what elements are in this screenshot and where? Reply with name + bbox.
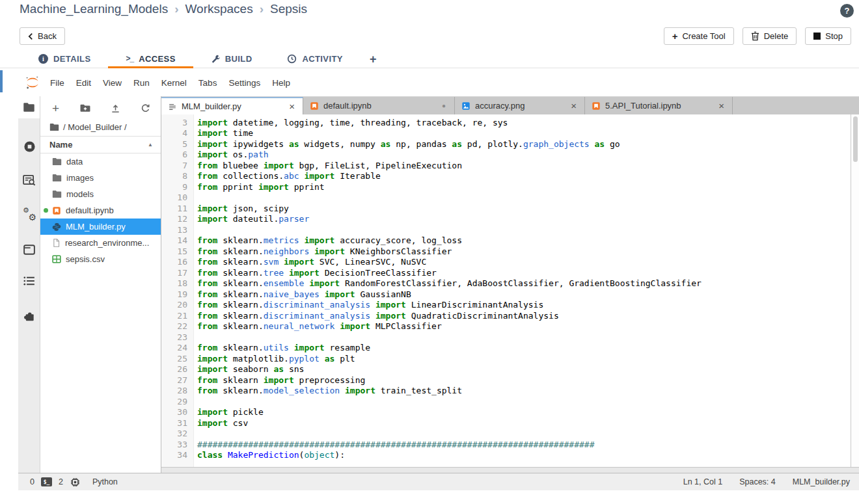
editor-tab-label: MLM_builder.py [182, 101, 282, 111]
sidebar-item-table-of-contents[interactable] [18, 271, 40, 291]
sidebar-item-inspector[interactable] [18, 170, 40, 190]
file-name: MLM_builder.py [66, 222, 126, 232]
breadcrumb-item-project[interactable]: Machine_Learning_Models [20, 2, 168, 16]
editor-tab-bar: MLM_builder.py × default.ipynb ● accurac… [161, 96, 859, 114]
csv-icon [52, 255, 61, 263]
folder-icon [52, 190, 62, 198]
scrollbar-thumb[interactable] [853, 116, 858, 162]
sidebar-item-extensions[interactable] [18, 306, 40, 325]
tab-access[interactable]: >_ ACCESS [108, 51, 193, 68]
inspector-icon [23, 174, 36, 186]
list-item-data[interactable]: data [40, 153, 161, 170]
list-item-mlm-builder-py[interactable]: MLM_builder.py [40, 219, 161, 235]
file-name: default.ipynb [66, 206, 114, 215]
editor-tab-mlm-builder[interactable]: MLM_builder.py × [161, 97, 303, 114]
terminal-icon: $_ [41, 477, 52, 486]
list-item-default-ipynb[interactable]: default.ipynb [40, 202, 161, 219]
sidebar-item-file-browser[interactable] [18, 96, 40, 118]
file-name: images [66, 173, 94, 183]
create-tool-button[interactable]: + Create Tool [664, 27, 734, 45]
image-icon [461, 101, 470, 111]
sidebar-item-open-tabs[interactable] [18, 240, 40, 259]
create-tool-label: Create Tool [682, 31, 725, 41]
gears-icon: ⚙⚙ [23, 207, 36, 220]
delete-button[interactable]: Delete [743, 27, 797, 45]
menu-kernel[interactable]: Kernel [156, 78, 193, 88]
close-icon[interactable]: × [286, 101, 297, 112]
breadcrumb-item-workspaces[interactable]: Workspaces [185, 2, 252, 16]
workspace-header: Machine_Learning_Models › Workspaces › S… [0, 0, 859, 68]
editor-tab-label: default.ipynb [323, 101, 434, 111]
menu-edit[interactable]: Edit [70, 78, 97, 88]
sidebar-item-running-sessions[interactable] [18, 137, 40, 156]
upload-icon [111, 103, 120, 113]
sort-ascending-icon: ▲ [148, 142, 153, 148]
notebook-icon [592, 101, 601, 111]
action-button-row: Back + Create Tool Delete Stop [0, 27, 859, 45]
kernel-count[interactable]: 2 [59, 477, 63, 486]
jupyter-menubar: File Edit View Run Kernel Tabs Settings … [18, 69, 859, 96]
stop-button[interactable]: Stop [805, 27, 851, 45]
add-tab-button[interactable]: + [361, 53, 386, 68]
cursor-position[interactable]: Ln 1, Col 1 [683, 477, 722, 486]
name-column-header: Name [49, 140, 72, 150]
vertical-scrollbar[interactable] [851, 114, 859, 467]
kernel-running-dot [44, 208, 48, 213]
file-icon [52, 238, 61, 248]
help-icon[interactable]: ? [840, 4, 854, 18]
menu-tabs[interactable]: Tabs [193, 78, 223, 88]
menu-view[interactable]: View [97, 78, 128, 88]
folder-icon [52, 157, 62, 166]
tab-build[interactable]: BUILD [193, 51, 270, 68]
menu-settings[interactable]: Settings [223, 78, 266, 88]
new-folder-button[interactable] [79, 103, 91, 113]
editor-tab-api-tutorial[interactable]: 5.API_Tutorial.ipynb × [585, 97, 733, 114]
editor-tab-accuracy-png[interactable]: accuracy.png × [455, 97, 585, 114]
list-item-sepsis-csv[interactable]: sepsis.csv [40, 251, 161, 267]
indent-setting[interactable]: Spaces: 4 [739, 477, 776, 486]
close-icon[interactable]: × [568, 100, 579, 111]
file-name: research_environme... [65, 238, 149, 248]
file-browser-toolbar: + [40, 98, 161, 118]
tab-activity[interactable]: ACTIVITY [269, 51, 360, 68]
code-editor[interactable]: 2345678910111213141516171819202122232425… [161, 114, 859, 467]
language-mode[interactable]: Python [92, 477, 118, 486]
upload-button[interactable] [111, 103, 120, 113]
refresh-button[interactable] [141, 103, 150, 113]
code-body: import datetime, logging, time, threadin… [197, 114, 851, 461]
new-folder-icon [79, 103, 91, 113]
list-item-research-environment[interactable]: research_environme... [40, 235, 161, 251]
back-button-label: Back [38, 31, 57, 41]
terminal-count[interactable]: 0 [30, 477, 34, 486]
refresh-icon [141, 103, 150, 113]
python-icon [52, 222, 61, 232]
unsaved-dot-icon[interactable]: ● [439, 102, 449, 109]
new-launcher-button[interactable]: + [52, 102, 59, 114]
list-item-images[interactable]: images [40, 170, 161, 186]
folder-icon [23, 102, 35, 113]
wrench-icon [211, 54, 220, 63]
file-list: data images models default.ipynb [40, 153, 161, 267]
jupyter-logo-icon [25, 75, 40, 90]
menu-help[interactable]: Help [266, 78, 296, 88]
file-list-header[interactable]: Name ▲ [40, 136, 161, 153]
editor-tab-default-ipynb[interactable]: default.ipynb ● [303, 97, 455, 114]
text-file-icon [168, 102, 177, 111]
file-browser-breadcrumb[interactable]: / Model_Builder / [40, 118, 161, 136]
close-icon[interactable]: × [716, 100, 727, 111]
plus-icon: + [672, 31, 678, 41]
menu-run[interactable]: Run [128, 78, 156, 88]
sidebar-item-settings[interactable]: ⚙⚙ [18, 204, 40, 224]
activity-bar: ⚙⚙ [18, 96, 40, 473]
info-icon: i [38, 54, 48, 64]
tab-details[interactable]: i DETAILS [21, 51, 108, 68]
chevron-right-icon: › [260, 2, 264, 16]
code-pane[interactable]: import datetime, logging, time, threadin… [194, 114, 851, 467]
notebook-icon [310, 101, 319, 111]
menu-file[interactable]: File [44, 78, 70, 88]
back-button[interactable]: Back [20, 27, 65, 45]
horizontal-scrollbar[interactable] [161, 467, 859, 473]
list-item-models[interactable]: models [40, 186, 161, 202]
plus-icon: + [52, 102, 59, 114]
list-icon [23, 276, 35, 286]
